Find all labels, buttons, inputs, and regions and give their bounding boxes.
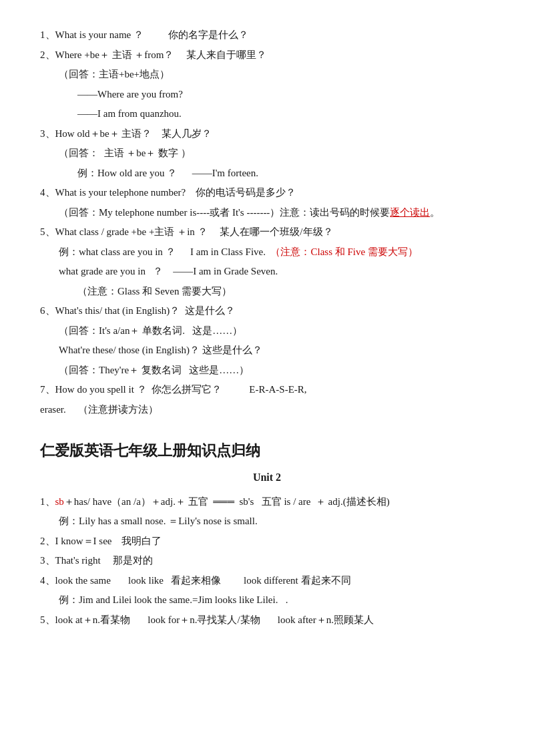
- item-3-note: （回答： 主语 ＋be＋ 数字 ）: [59, 145, 494, 162]
- item-2-text: 2、Where +be＋ 主语 ＋from？ 某人来自于哪里？: [40, 49, 266, 60]
- s2-item-5: 5、look at＋n.看某物 look for＋n.寻找某人/某物 look …: [40, 612, 494, 629]
- red-underline-text: 逐个读出: [390, 207, 430, 218]
- item-2-ex2: ——I am from quanzhou.: [77, 106, 494, 123]
- item-2-note: （回答：主语+be+地点）: [59, 66, 494, 83]
- s2-item-4: 4、look the same look like 看起来相像 look dif…: [40, 572, 494, 590]
- item-1: 1、What is your name ？ 你的名字是什么？: [40, 27, 494, 44]
- item-6: 6、What's this/ that (in English)？ 这是什么？: [40, 303, 494, 320]
- item-7: 7、How do you spell it ？ 你怎么拼写它？ E-R-A-S-…: [40, 381, 494, 399]
- item-6-note1: （回答：It's a/an＋ 单数名词. 这是……）: [59, 323, 494, 340]
- sb-red: sb: [55, 496, 64, 507]
- s2-item-1: 1、sb＋has/ have（an /a）＋adj.＋ 五官 ═══ sb's …: [40, 494, 494, 511]
- item-4-note: （回答：My telephone number is----或者 It's --…: [59, 204, 494, 222]
- item-2-ex1: ——Where are you from?: [77, 86, 494, 104]
- item-1-text: 1、What is your name ？ 你的名字是什么？: [40, 29, 248, 40]
- item-6-note2: （回答：They're＋ 复数名词 这些是……）: [59, 362, 494, 379]
- s2-item-1-ex: 例：Lily has a small nose. ＝Lily's nose is…: [59, 513, 494, 530]
- section2-title: 仁爱版英语七年级上册知识点归纳: [40, 438, 494, 463]
- section-bottom: 1、sb＋has/ have（an /a）＋adj.＋ 五官 ═══ sb's …: [40, 494, 494, 629]
- item-5-ex1: 例：what class are you in ？ I am in Class …: [59, 244, 494, 261]
- item-5-note-red: （注意：Class 和 Five 需要大写）: [270, 246, 417, 257]
- section-top: 1、What is your name ？ 你的名字是什么？ 2、Where +…: [40, 27, 494, 418]
- s2-item-4-ex: 例：Jim and Lilei look the same.=Jim looks…: [59, 592, 494, 609]
- unit2-title: Unit 2: [40, 468, 494, 486]
- item-2: 2、Where +be＋ 主语 ＋from？ 某人来自于哪里？: [40, 47, 494, 64]
- item-4: 4、What is your telephone number? 你的电话号码是…: [40, 184, 494, 202]
- item-5-note2: （注意：Glass 和 Seven 需要大写）: [77, 283, 494, 301]
- item-7-line2: eraser. （注意拼读方法）: [40, 401, 494, 419]
- s2-item-2: 2、I know＝I see 我明白了: [40, 533, 494, 550]
- s2-item-3: 3、That's right 那是对的: [40, 552, 494, 570]
- item-3-ex: 例：How old are you ？ ——I'm forteen.: [77, 165, 494, 182]
- item-3: 3、How old＋be＋ 主语？ 某人几岁？: [40, 126, 494, 143]
- item-5: 5、What class / grade +be +主语 ＋in ？ 某人在哪一…: [40, 224, 494, 241]
- item-5-ex2: what grade are you in ？ ——I am in Grade …: [59, 263, 494, 280]
- item-6-line2: What're these/ those (in English)？ 这些是什么…: [59, 342, 494, 359]
